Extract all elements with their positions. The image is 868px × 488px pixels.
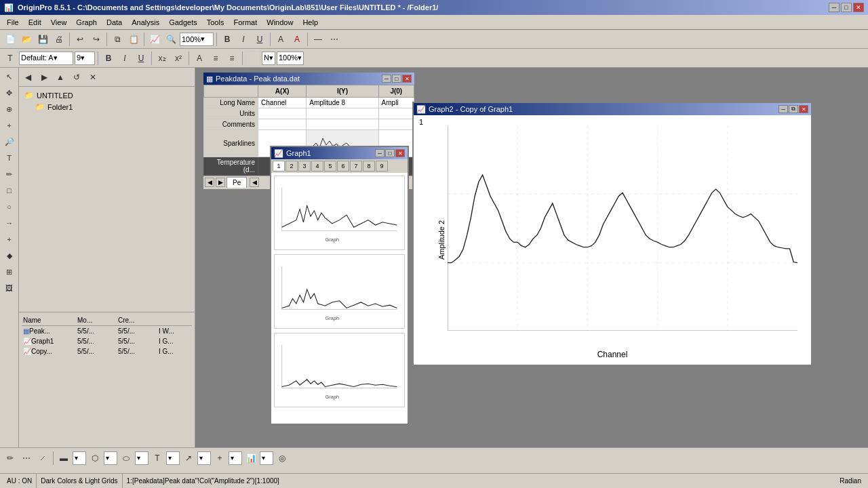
cell-comments-j[interactable] — [378, 119, 414, 130]
line-style-icon[interactable]: ⋯ — [327, 32, 342, 47]
draw-arrow-icon[interactable]: ↗ — [181, 451, 196, 466]
draw-dotline-icon[interactable]: ⋯ — [19, 451, 34, 466]
pan-tool[interactable]: ✥ — [2, 85, 17, 100]
draw-poly-icon[interactable]: ⬡ — [87, 451, 102, 466]
graph2-close-btn[interactable]: ✕ — [799, 105, 808, 113]
fill-color-icon[interactable] — [245, 51, 260, 66]
graph1-tab-9[interactable]: 9 — [376, 161, 388, 171]
draw-rect-dd[interactable]: ▾ — [73, 451, 86, 465]
ellipse-tool[interactable]: ○ — [2, 199, 17, 214]
cell-units-a[interactable] — [258, 108, 307, 119]
draw-text-icon[interactable]: T — [150, 451, 165, 466]
undo-icon[interactable]: ↩ — [73, 32, 87, 47]
graph1-tab-5[interactable]: 5 — [324, 161, 336, 171]
zoom-tool[interactable]: ⊕ — [2, 102, 17, 117]
draw-tool[interactable]: ✏ — [2, 167, 17, 182]
rectangle-tool[interactable]: □ — [2, 183, 17, 198]
color-icon[interactable]: A — [290, 32, 304, 47]
menu-format[interactable]: Format — [229, 17, 261, 28]
tree-item-untitled[interactable]: 📁 UNTITLED — [22, 89, 192, 101]
menu-edit[interactable]: Edit — [24, 17, 45, 28]
graph1-tab-3[interactable]: 3 — [298, 161, 311, 171]
new-file-icon[interactable]: 📄 — [3, 32, 18, 47]
sidebar-up-icon[interactable]: ▲ — [53, 70, 68, 85]
picture-tool[interactable]: 🖼 — [2, 281, 17, 296]
peakdata-minimize-btn[interactable]: ─ — [382, 75, 391, 83]
underline-icon[interactable]: U — [252, 32, 267, 47]
tab-pe[interactable]: Pe — [226, 177, 247, 188]
fill-dropdown[interactable]: N▾ — [262, 52, 275, 65]
marker-tool[interactable]: ◆ — [2, 248, 17, 263]
cell-comments-a[interactable] — [258, 119, 307, 130]
menu-window[interactable]: Window — [262, 17, 297, 28]
graph1-tab-6[interactable]: 6 — [337, 161, 349, 171]
graph1-tab-7[interactable]: 7 — [350, 161, 362, 171]
italic-format-icon[interactable]: I — [117, 51, 132, 66]
fill-pct-dropdown[interactable]: 100%▾ — [277, 52, 304, 65]
minimize-button[interactable]: ─ — [829, 3, 840, 12]
graph1-tab-2[interactable]: 2 — [285, 161, 298, 171]
draw-rect-icon[interactable]: ▬ — [56, 451, 71, 466]
draw-extra-icon[interactable]: ◎ — [275, 451, 290, 466]
graph2-minimize-btn[interactable]: ─ — [778, 105, 788, 113]
menu-file[interactable]: File — [3, 17, 23, 28]
graph2-restore-btn[interactable]: ⧉ — [789, 105, 798, 113]
cell-units-i[interactable] — [307, 108, 378, 119]
superscript-icon[interactable]: x² — [171, 51, 186, 66]
sidebar-forward-icon[interactable]: ▶ — [37, 70, 52, 85]
font-size-icon[interactable]: A — [273, 32, 288, 47]
draw-plus-dd[interactable]: ▾ — [229, 451, 242, 465]
peakdata-maximize-btn[interactable]: □ — [392, 75, 401, 83]
object-tool[interactable]: ⊞ — [2, 264, 17, 279]
cell-comments-i[interactable] — [307, 119, 378, 130]
graph1-tab-1[interactable]: 1 — [273, 161, 285, 171]
cell-longname-i[interactable]: Amplitude 8 — [307, 98, 378, 108]
align-left-icon[interactable]: ≡ — [208, 51, 223, 66]
cell-longname-a[interactable]: Channel — [258, 98, 307, 108]
cell-units-j[interactable] — [378, 108, 414, 119]
draw-arrow-dd[interactable]: ▾ — [197, 451, 211, 465]
menu-gadgets[interactable]: Gadgets — [165, 17, 201, 28]
ws-row-graph1[interactable]: 📈 Graph1 5/5/... 5/5/... I G... — [22, 336, 192, 346]
align-center-icon[interactable]: ≡ — [224, 51, 239, 66]
zoom-dropdown[interactable]: 100% ▾ — [180, 33, 214, 46]
new-graph-icon[interactable]: 📈 — [147, 32, 162, 47]
tab-right-btn[interactable]: ◀ — [250, 178, 259, 187]
underline-format-icon[interactable]: U — [134, 51, 149, 66]
draw-poly-dd[interactable]: ▾ — [104, 451, 117, 465]
graph1-tab-4[interactable]: 4 — [311, 161, 323, 171]
draw-plus-icon[interactable]: + — [212, 451, 227, 466]
draw-ellipse-dd[interactable]: ▾ — [135, 451, 149, 465]
draw-line-icon[interactable]: ⟋ — [35, 451, 50, 466]
menu-view[interactable]: View — [47, 17, 71, 28]
tree-item-folder1[interactable]: 📁 Folder1 — [22, 101, 192, 113]
zoom-chevron[interactable]: ▾ — [201, 35, 205, 43]
peakdata-close-btn[interactable]: ✕ — [402, 75, 412, 83]
line-width-icon[interactable]: — — [311, 32, 326, 47]
subscript-icon[interactable]: x₂ — [155, 51, 170, 66]
maximize-button[interactable]: □ — [841, 3, 852, 12]
draw-graph-icon[interactable]: 📊 — [243, 451, 258, 466]
tab-prev-btn[interactable]: ◀ — [205, 178, 214, 187]
draw-pencil-icon[interactable]: ✏ — [3, 451, 18, 466]
font-size-dropdown[interactable]: 9▾ — [75, 52, 95, 65]
font-dropdown[interactable]: Default: A▾ — [19, 52, 73, 65]
save-icon[interactable]: 💾 — [35, 32, 50, 47]
graph1-maximize-btn[interactable]: □ — [385, 149, 395, 157]
draw-ellipse-icon[interactable]: ⬭ — [119, 451, 134, 466]
menu-tools[interactable]: Tools — [203, 17, 229, 28]
menu-help[interactable]: Help — [298, 17, 322, 28]
graph1-close-btn[interactable]: ✕ — [395, 149, 405, 157]
copy-icon[interactable]: ⧉ — [110, 32, 125, 47]
open-icon[interactable]: 📂 — [19, 32, 34, 47]
tab-next-btn[interactable]: ▶ — [216, 178, 225, 187]
cell-longname-j[interactable]: Ampli — [378, 98, 414, 108]
insert-tool[interactable]: + — [2, 232, 17, 247]
sidebar-close-icon[interactable]: ✕ — [85, 70, 100, 85]
bold-icon[interactable]: B — [220, 32, 235, 47]
redo-icon[interactable]: ↪ — [89, 32, 104, 47]
arrow-tool[interactable]: → — [2, 216, 17, 230]
zoom-in-icon[interactable]: 🔍 — [163, 32, 178, 47]
italic-icon[interactable]: I — [236, 32, 251, 47]
select-tool[interactable]: ↖ — [2, 69, 17, 84]
